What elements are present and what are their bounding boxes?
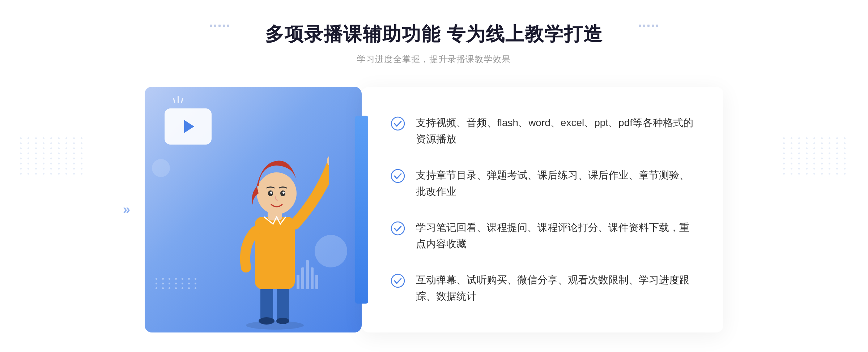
header-decoration-right	[639, 25, 658, 27]
svg-rect-1	[260, 286, 273, 322]
header-decoration-left	[210, 25, 229, 27]
check-icon-1	[391, 116, 405, 131]
stripes-decoration	[297, 253, 326, 289]
features-panel: 支持视频、音频、flash、word、excel、ppt、pdf等各种格式的资源…	[362, 87, 723, 332]
svg-point-4	[276, 318, 289, 324]
deco-circle-2	[152, 159, 170, 177]
svg-point-15	[391, 222, 404, 235]
illustration-panel	[145, 87, 362, 332]
main-content: »	[145, 87, 723, 332]
svg-point-16	[391, 274, 404, 287]
page-container: 多项录播课辅助功能 专为线上教学打造 学习进度全掌握，提升录播课教学效果 »	[0, 0, 868, 352]
feature-text-1: 支持视频、音频、flash、word、excel、ppt、pdf等各种格式的资源…	[416, 115, 694, 147]
feature-text-4: 互动弹幕、试听购买、微信分享、观看次数限制、学习进度跟踪、数据统计	[416, 272, 694, 305]
feature-text-2: 支持章节目录、弹题考试、课后练习、课后作业、章节测验、批改作业	[416, 167, 694, 200]
svg-point-12	[282, 192, 285, 194]
feature-item-3: 学习笔记回看、课程提问、课程评论打分、课件资料下载，重点内容收藏	[391, 220, 694, 252]
chevron-left-icon: »	[123, 202, 130, 217]
svg-rect-5	[255, 217, 295, 289]
svg-point-14	[391, 169, 404, 183]
play-bubble	[165, 108, 212, 145]
feature-item-4: 互动弹幕、试听购买、微信分享、观看次数限制、学习进度跟踪、数据统计	[391, 272, 694, 305]
svg-point-11	[270, 192, 272, 194]
svg-point-3	[259, 317, 275, 325]
dot-left-grid	[20, 137, 85, 175]
feature-item-1: 支持视频、音频、flash、word、excel、ppt、pdf等各种格式的资源…	[391, 115, 694, 147]
svg-point-0	[246, 321, 304, 330]
check-icon-4	[391, 274, 405, 288]
feature-text-3: 学习笔记回看、课程提问、课程评论打分、课件资料下载，重点内容收藏	[416, 220, 694, 252]
page-header: 多项录播课辅助功能 专为线上教学打造 学习进度全掌握，提升录播课教学效果	[265, 22, 603, 65]
check-icon-3	[391, 221, 405, 236]
page-title: 多项录播课辅助功能 专为线上教学打造	[265, 22, 603, 47]
inner-dot-grid	[156, 278, 198, 289]
person-figure	[221, 134, 329, 332]
svg-point-8	[257, 172, 297, 214]
check-icon-2	[391, 169, 405, 183]
svg-rect-2	[277, 286, 289, 322]
feature-item-2: 支持章节目录、弹题考试、课后练习、课后作业、章节测验、批改作业	[391, 167, 694, 200]
dot-right-grid	[783, 137, 848, 175]
play-icon	[184, 120, 194, 133]
svg-point-13	[391, 117, 404, 130]
page-subtitle: 学习进度全掌握，提升录播课教学效果	[265, 53, 603, 65]
